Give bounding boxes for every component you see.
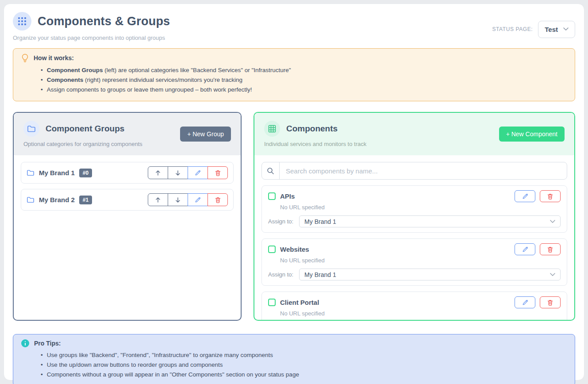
arrow-down-icon xyxy=(175,170,181,176)
arrow-down-icon xyxy=(175,197,181,203)
delete-component-button[interactable] xyxy=(540,190,561,202)
lightbulb-icon xyxy=(21,54,29,62)
group-actions xyxy=(148,193,228,206)
components-body: APIs No URL specified Assign to: xyxy=(254,155,574,320)
component-groups-header: Component Groups Optional categories for… xyxy=(14,113,241,155)
list-item: Components (right) represent individual … xyxy=(41,75,567,85)
component-checkbox[interactable] xyxy=(268,299,276,306)
pencil-icon xyxy=(522,193,528,200)
edit-group-button[interactable] xyxy=(188,166,208,179)
list-item: Component Groups (left) are optional cat… xyxy=(41,65,567,75)
how-it-works-banner: How it works: Component Groups (left) ar… xyxy=(13,48,575,101)
page-title: Components & Groups xyxy=(38,15,170,28)
page-header-left: Components & Groups Organize your status… xyxy=(13,12,170,41)
group-order-badge: #0 xyxy=(79,169,92,177)
pencil-icon xyxy=(522,300,528,306)
edit-group-button[interactable] xyxy=(188,193,208,206)
search-input[interactable] xyxy=(280,162,567,179)
assigned-group-value: My Brand 1 xyxy=(304,271,336,278)
chevron-down-icon xyxy=(550,220,555,223)
new-component-button[interactable]: + New Component xyxy=(499,127,565,142)
how-it-works-list: Component Groups (left) are optional cat… xyxy=(41,65,567,95)
status-page-value: Test xyxy=(545,26,558,33)
assign-to-label: Assign to: xyxy=(268,271,293,278)
move-down-button[interactable] xyxy=(168,166,188,179)
info-icon xyxy=(21,339,29,347)
pencil-icon xyxy=(522,246,528,253)
chevron-down-icon xyxy=(563,27,569,31)
component-groups-subtitle: Optional categories for organizing compo… xyxy=(23,141,142,147)
component-checkbox[interactable] xyxy=(268,192,276,200)
how-it-works-title: How it works: xyxy=(34,54,74,61)
component-checkbox[interactable] xyxy=(268,246,276,253)
component-card: APIs No URL specified Assign to: xyxy=(261,185,567,233)
component-groups-body: My Brand 1 #0 xyxy=(14,155,241,320)
components-groups-icon xyxy=(13,12,31,31)
delete-component-button[interactable] xyxy=(540,243,561,255)
list-item: Use the up/down arrow buttons to reorder… xyxy=(41,360,567,370)
list-item: Components without a group will appear i… xyxy=(41,370,567,380)
assign-group-select[interactable]: My Brand 1 xyxy=(299,269,561,280)
components-subtitle: Individual services and monitors to trac… xyxy=(264,141,366,147)
edit-component-button[interactable] xyxy=(515,296,535,308)
trash-icon xyxy=(547,246,553,253)
status-page-select[interactable]: Test xyxy=(538,21,575,38)
panels-row: Component Groups Optional categories for… xyxy=(13,112,575,321)
status-page-picker: STATUS PAGE: Test xyxy=(492,17,575,41)
component-search-bar xyxy=(261,162,567,180)
component-groups-title: Component Groups xyxy=(46,124,124,134)
page-subtitle: Organize your status page components int… xyxy=(13,35,170,41)
list-item: Assign components to groups or leave the… xyxy=(41,85,567,95)
delete-component-button[interactable] xyxy=(540,296,561,308)
folder-icon xyxy=(27,169,35,176)
component-url-note: No URL specified xyxy=(280,204,561,211)
arrow-up-icon xyxy=(155,170,161,176)
assigned-group-value: My Brand 1 xyxy=(304,218,336,225)
group-row: My Brand 2 #1 xyxy=(21,189,234,211)
delete-group-button[interactable] xyxy=(208,166,228,179)
new-group-button[interactable]: + New Group xyxy=(180,127,231,142)
status-page-label: STATUS PAGE: xyxy=(492,26,533,32)
components-panel: Components Individual services and monit… xyxy=(254,112,575,321)
page-header: Components & Groups Organize your status… xyxy=(13,12,575,41)
assign-to-label: Assign to: xyxy=(268,218,293,225)
component-name: Websites xyxy=(280,246,309,253)
folder-icon xyxy=(23,121,39,137)
component-card: Client Portal No URL specified Assig xyxy=(261,292,567,320)
group-name: My Brand 1 xyxy=(39,169,75,177)
move-up-button[interactable] xyxy=(148,193,168,206)
move-down-button[interactable] xyxy=(168,193,188,206)
pencil-icon xyxy=(195,170,201,176)
search-icon xyxy=(262,162,280,179)
move-up-button[interactable] xyxy=(148,166,168,179)
component-card: Websites No URL specified Assign to: xyxy=(261,238,567,286)
component-name: Client Portal xyxy=(280,299,319,306)
group-actions xyxy=(148,166,228,179)
component-groups-panel: Component Groups Optional categories for… xyxy=(13,112,242,321)
group-order-badge: #1 xyxy=(79,196,92,204)
folder-icon xyxy=(27,196,35,203)
pro-tips-banner: Pro Tips: Use groups like "Backend", "Fr… xyxy=(13,334,575,384)
pencil-icon xyxy=(195,197,201,203)
list-item: Use groups like "Backend", "Frontend", "… xyxy=(41,350,567,360)
components-title: Components xyxy=(286,124,338,134)
component-url-note: No URL specified xyxy=(280,310,561,317)
component-url-note: No URL specified xyxy=(280,257,561,264)
component-name: APIs xyxy=(280,192,295,200)
main-card: Components & Groups Organize your status… xyxy=(4,4,584,380)
trash-icon xyxy=(547,193,553,200)
group-name: My Brand 2 xyxy=(39,196,75,204)
edit-component-button[interactable] xyxy=(515,190,535,202)
arrow-up-icon xyxy=(155,197,161,203)
trash-icon xyxy=(215,170,221,176)
pro-tips-title: Pro Tips: xyxy=(34,340,61,347)
delete-group-button[interactable] xyxy=(208,193,228,206)
group-row: My Brand 1 #0 xyxy=(21,162,234,184)
trash-icon xyxy=(215,197,221,203)
chevron-down-icon xyxy=(550,273,555,276)
table-grid-icon xyxy=(264,121,280,137)
edit-component-button[interactable] xyxy=(515,243,535,255)
assign-group-select[interactable]: My Brand 1 xyxy=(299,215,561,227)
components-header: Components Individual services and monit… xyxy=(254,113,574,155)
trash-icon xyxy=(547,300,553,306)
